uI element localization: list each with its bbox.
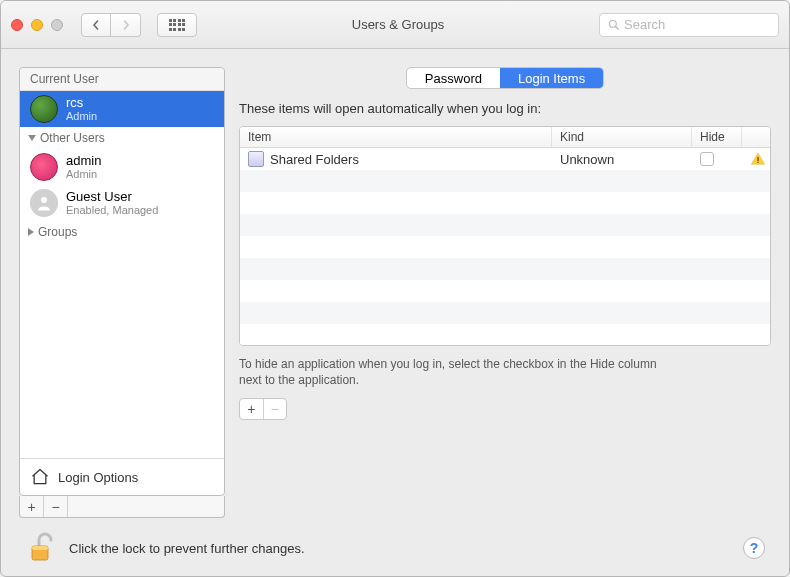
table-row (240, 170, 770, 192)
tab-login-items[interactable]: Login Items (500, 68, 603, 88)
sidebar-user-current[interactable]: rcs Admin (20, 91, 224, 127)
current-user-header: Current User (20, 68, 224, 91)
svg-rect-3 (757, 157, 758, 161)
close-icon[interactable] (11, 19, 23, 31)
table-row[interactable]: Shared Folders Unknown (240, 148, 770, 170)
table-row (240, 280, 770, 302)
groups-section[interactable]: Groups (20, 221, 224, 243)
warning-icon (750, 151, 766, 167)
titlebar: Users & Groups Search (1, 1, 789, 49)
table-row (240, 258, 770, 280)
hint-text: To hide an application when you log in, … (239, 356, 669, 388)
back-button[interactable] (81, 13, 111, 37)
svg-point-2 (41, 197, 47, 203)
user-name: rcs (66, 96, 97, 110)
sidebar-user-admin[interactable]: admin Admin (20, 149, 224, 185)
remove-user-button[interactable]: − (44, 496, 68, 517)
add-user-button[interactable]: + (20, 496, 44, 517)
svg-rect-6 (32, 546, 48, 550)
login-items-table: Item Kind Hide Shared Folders Unknown (239, 126, 771, 346)
window-controls (11, 19, 63, 31)
footer: Click the lock to prevent further change… (19, 532, 771, 564)
login-items-add-remove: + − (239, 398, 287, 420)
user-role: Enabled, Managed (66, 204, 158, 216)
th-warn (742, 127, 770, 147)
content: Current User rcs Admin Other Users (1, 49, 789, 576)
house-icon (30, 467, 50, 487)
section-label: Groups (38, 225, 77, 239)
grid-icon (169, 19, 186, 31)
tab-password[interactable]: Password (407, 68, 500, 88)
avatar-icon (30, 189, 58, 217)
other-users-section[interactable]: Other Users (20, 127, 224, 149)
th-hide[interactable]: Hide (692, 127, 742, 147)
user-role: Admin (66, 168, 101, 180)
minimize-icon[interactable] (31, 19, 43, 31)
search-placeholder: Search (624, 17, 665, 32)
window-title: Users & Groups (205, 17, 591, 32)
user-name: Guest User (66, 190, 158, 204)
table-body: Shared Folders Unknown (240, 148, 770, 345)
login-options-label: Login Options (58, 470, 138, 485)
svg-rect-4 (757, 162, 758, 163)
chevron-right-icon (28, 228, 34, 236)
item-kind: Unknown (552, 152, 692, 167)
main-heading: These items will open automatically when… (239, 101, 771, 116)
show-all-button[interactable] (157, 13, 197, 37)
table-header: Item Kind Hide (240, 127, 770, 148)
table-row (240, 192, 770, 214)
section-label: Other Users (40, 131, 105, 145)
avatar-icon (30, 153, 58, 181)
table-row (240, 302, 770, 324)
svg-line-1 (616, 26, 619, 29)
login-options-button[interactable]: Login Options (20, 458, 224, 495)
add-login-item-button[interactable]: + (240, 399, 264, 419)
footer-text: Click the lock to prevent further change… (69, 541, 731, 556)
lock-icon[interactable] (25, 532, 57, 564)
table-row (240, 236, 770, 258)
preferences-window: Users & Groups Search Current User rcs A… (0, 0, 790, 577)
th-kind[interactable]: Kind (552, 127, 692, 147)
tabs: Password Login Items (406, 67, 604, 89)
sidebar: Current User rcs Admin Other Users (19, 67, 225, 518)
sidebar-footer: + − (19, 496, 225, 518)
sidebar-user-guest[interactable]: Guest User Enabled, Managed (20, 185, 224, 221)
zoom-icon (51, 19, 63, 31)
table-row (240, 214, 770, 236)
avatar-icon (30, 95, 58, 123)
table-row (240, 324, 770, 345)
hide-checkbox[interactable] (700, 152, 714, 166)
app-icon (248, 151, 264, 167)
th-item[interactable]: Item (240, 127, 552, 147)
search-input[interactable]: Search (599, 13, 779, 37)
nav-segment (81, 13, 141, 37)
help-button[interactable]: ? (743, 537, 765, 559)
search-icon (608, 19, 620, 31)
remove-login-item-button[interactable]: − (264, 399, 287, 419)
user-name: admin (66, 154, 101, 168)
user-role: Admin (66, 110, 97, 122)
forward-button[interactable] (111, 13, 141, 37)
chevron-down-icon (28, 135, 36, 141)
item-name: Shared Folders (270, 152, 359, 167)
main-panel: Password Login Items These items will op… (239, 67, 771, 518)
